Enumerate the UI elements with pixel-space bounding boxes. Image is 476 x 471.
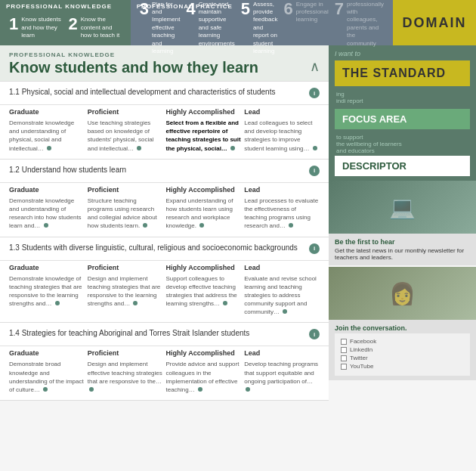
col-header-1: Proficient — [88, 349, 163, 357]
cell-3-2: Provide advice and support colleagues in… — [166, 360, 242, 394]
col-header-2: Highly Accomplished — [166, 264, 242, 271]
read-more-dot[interactable] — [313, 146, 317, 150]
focus-area-1-title: 1.1 Physical, social and intellectual de… — [9, 88, 306, 96]
youtube-label: YouTube — [350, 363, 373, 370]
cell-3-0: Demonstrate broad knowledge and understa… — [9, 360, 85, 394]
domain-bar: PROFESSIONAL KNOWLEDGE 1 Know students a… — [0, 0, 476, 45]
read-more-dot[interactable] — [143, 223, 147, 228]
cell-3-3: Develop teaching programs that support e… — [244, 360, 320, 394]
mid-text: ingindi report — [335, 89, 470, 106]
read-more-dot[interactable] — [133, 301, 138, 305]
cell-1-2: Expand understanding of how students lea… — [166, 197, 242, 231]
cell-0-0: Demonstrate knowledge and understanding … — [9, 119, 85, 153]
focus-area-2-title: 1.2 Understand how students learn — [9, 166, 306, 174]
focus-area-2-info-icon[interactable]: i — [309, 166, 320, 176]
col-header-3: Lead — [244, 186, 320, 194]
read-more-dot[interactable] — [137, 146, 141, 150]
step-7[interactable]: 7 professionally with colleagues, parent… — [332, 0, 387, 57]
linkedin-checkbox — [341, 347, 347, 353]
step-2-num: 2 — [68, 16, 77, 33]
focus-area-4-table: GraduateProficientHighly AccomplishedLea… — [0, 346, 329, 400]
cell-0-2: Select from a flexible and effective rep… — [166, 119, 242, 153]
prof-knowledge-section: PROFESSIONAL KNOWLEDGE 1 Know students a… — [0, 0, 131, 45]
read-more-dot[interactable] — [47, 146, 51, 150]
focus-areas-container: 1.1 Physical, social and intellectual de… — [0, 82, 329, 401]
read-more-dot[interactable] — [223, 301, 227, 305]
focus-area-4-table-body: Demonstrate broad knowledge and understa… — [9, 360, 320, 394]
step-2[interactable]: 2 Know the content and how to teach it — [65, 14, 124, 41]
step-1[interactable]: 1 Know students and how they learn — [6, 14, 65, 41]
focus-area-1: 1.1 Physical, social and intellectual de… — [0, 82, 329, 160]
focus-area-1-table-body: Demonstrate knowledge and understanding … — [9, 119, 320, 153]
cell-2-1: Design and implement teaching strategies… — [88, 274, 163, 317]
prof-practice-label: PROFESSIONAL PRACTICE — [137, 3, 233, 10]
linkedin-link[interactable]: LinkedIn — [341, 346, 464, 353]
step-6-text: Engage in professional learning — [296, 1, 329, 24]
read-more-dot[interactable] — [230, 146, 235, 150]
left-panel: PROFESSIONAL KNOWLEDGE Know students and… — [0, 45, 329, 401]
facebook-link[interactable]: Facebook — [341, 338, 464, 345]
focus-area-3-table: GraduateProficientHighly AccomplishedLea… — [0, 261, 329, 323]
section-main-title: Know students and how they learn — [9, 58, 310, 76]
step-5[interactable]: 5 Assess, provide feedback and report on… — [238, 0, 281, 57]
domain-label-section: DOMAIN — [393, 0, 476, 45]
step-6[interactable]: 6 Engage in professional learning — [280, 0, 331, 57]
col-header-1: Proficient — [88, 108, 163, 116]
step-7-num: 7 — [335, 1, 344, 17]
cell-2-0: Demonstrate knowledge of teaching strate… — [9, 274, 85, 317]
twitter-link[interactable]: Twitter — [341, 355, 464, 361]
focus-area-2: 1.2 Understand how students learniGradua… — [0, 160, 329, 237]
col-header-2: Highly Accomplished — [166, 349, 242, 357]
cell-2-2: Support colleagues to develop effective … — [166, 274, 242, 317]
focus-area-3-header: 1.3 Students with diverse linguistic, cu… — [0, 237, 329, 261]
youtube-link[interactable]: YouTube — [341, 363, 464, 370]
focus-area-1-header: 1.1 Physical, social and intellectual de… — [0, 82, 329, 105]
focus-area-2-table: GraduateProficientHighly AccomplishedLea… — [0, 183, 329, 237]
prof-knowledge-label: PROFESSIONAL KNOWLEDGE — [6, 3, 112, 10]
main-area: PROFESSIONAL KNOWLEDGE Know students and… — [0, 45, 476, 401]
read-more-dot[interactable] — [289, 223, 293, 228]
read-more-dot[interactable] — [283, 309, 287, 314]
col-header-3: Lead — [244, 264, 320, 271]
read-more-dot[interactable] — [89, 387, 94, 392]
cell-3-1: Design and implement effective teaching … — [88, 360, 163, 394]
focus-area-1-table: GraduateProficientHighly AccomplishedLea… — [0, 105, 329, 159]
focus-area-2-header: 1.2 Understand how students learni — [0, 160, 329, 183]
cell-2-3: Evaluate and revise school learning and … — [244, 274, 320, 317]
col-header-2: Highly Accomplished — [166, 186, 242, 194]
laptop-box-text: Get the latest news in our monthly newsl… — [335, 247, 470, 261]
focus-area-4-info-icon[interactable]: i — [309, 329, 320, 339]
the-standard-text: THE STANDARD — [342, 67, 446, 79]
twitter-checkbox — [341, 355, 347, 361]
focus-area-1-table-header: GraduateProficientHighly AccomplishedLea… — [9, 108, 320, 116]
cell-0-3: Lead colleagues to select and develop te… — [244, 119, 320, 153]
step-2-text: Know the content and how to teach it — [81, 16, 122, 39]
person-image: 👩 — [329, 267, 476, 320]
collapse-button[interactable]: ∧ — [310, 58, 320, 75]
col-header-0: Graduate — [9, 108, 85, 116]
focus-area-2-table-body: Demonstrate knowledge and understanding … — [9, 197, 320, 231]
col-header-3: Lead — [244, 349, 320, 357]
focus-area-1-info-icon[interactable]: i — [309, 88, 320, 98]
focus-area-3-info-icon[interactable]: i — [309, 243, 320, 254]
col-header-0: Graduate — [9, 186, 85, 194]
read-more-dot[interactable] — [199, 223, 204, 228]
read-more-dot[interactable] — [43, 387, 48, 392]
laptop-box-content: Be the first to hear Get the latest news… — [329, 234, 476, 265]
twitter-label: Twitter — [350, 355, 368, 361]
read-more-dot[interactable] — [55, 301, 60, 305]
focus-area-3-title: 1.3 Students with diverse linguistic, cu… — [9, 243, 306, 252]
col-header-0: Graduate — [9, 264, 85, 271]
person-image-box: 👩 Join the conversation. Facebook Linked… — [329, 267, 476, 380]
facebook-label: Facebook — [350, 338, 376, 345]
read-more-dot[interactable] — [44, 223, 48, 228]
read-more-dot[interactable] — [198, 387, 202, 392]
focus-area-button[interactable]: FOCUS AREA — [335, 109, 470, 129]
descriptor-button[interactable]: DESCRIPTOR — [335, 156, 470, 176]
focus-area-4-header: 1.4 Strategies for teaching Aboriginal a… — [0, 323, 329, 346]
youtube-checkbox — [341, 364, 347, 370]
the-standard-button[interactable]: THE STANDARD — [335, 60, 470, 86]
focus-area-3-table-body: Demonstrate knowledge of teaching strate… — [9, 274, 320, 317]
laptop-icon: 💻 — [389, 195, 416, 220]
read-more-dot[interactable] — [246, 387, 250, 392]
